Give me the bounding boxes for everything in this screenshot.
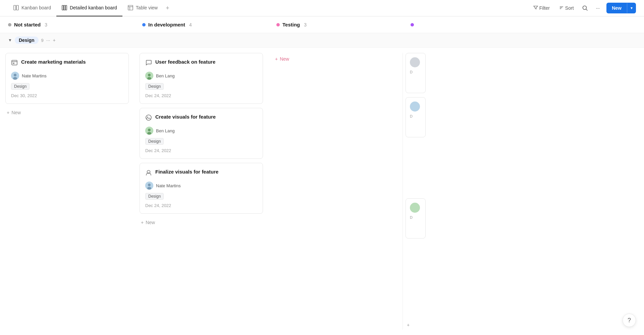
column-not-started: Create marketing materials Nate Martins … (0, 53, 134, 330)
finalize-card-icon (145, 169, 152, 178)
card-user-feedback[interactable]: User feedback on feature Ben Lang Design… (140, 53, 263, 104)
marketing-card-assignee: Nate Martins (11, 72, 123, 80)
visuals-card-icon (145, 114, 152, 123)
sort-button[interactable]: Sort (556, 4, 577, 12)
visuals-tag: Design (145, 138, 164, 145)
card-header-finalize: Finalize visuals for feature (145, 169, 257, 178)
not-started-add-new-button[interactable]: + New (5, 108, 129, 117)
finalize-card-title: Finalize visuals for feature (155, 169, 218, 175)
feedback-tag: Design (145, 83, 164, 90)
more-icon: ··· (596, 5, 600, 11)
col-header-right (402, 16, 429, 33)
testing-new-label: New (280, 56, 289, 62)
partial-date-2: D (410, 114, 421, 118)
testing-count: 3 (304, 22, 307, 27)
columns-body: Create marketing materials Nate Martins … (0, 48, 644, 335)
in-dev-add-new-button[interactable]: + New (140, 218, 263, 227)
tab-table-view[interactable]: Table view (122, 0, 163, 16)
group-actions[interactable]: ··· + (46, 38, 56, 43)
filter-button[interactable]: Filter (531, 4, 552, 12)
in-dev-dot (142, 23, 146, 26)
sort-label: Sort (565, 5, 574, 11)
right-dot (411, 23, 414, 26)
feedback-assignee-name: Ben Lang (156, 73, 175, 78)
detailed-kanban-icon (62, 5, 67, 10)
svg-line-12 (586, 9, 587, 11)
partial-avatar-3 (410, 203, 420, 213)
svg-point-25 (148, 129, 151, 131)
kanban-icon (13, 5, 19, 10)
card-create-marketing[interactable]: Create marketing materials Nate Martins … (5, 53, 129, 104)
in-dev-count: 4 (189, 22, 192, 27)
nate-avatar (11, 72, 19, 80)
svg-point-17 (14, 74, 16, 76)
marketing-assignee-name: Nate Martins (22, 73, 47, 78)
not-started-count: 3 (45, 22, 47, 27)
svg-rect-0 (14, 5, 16, 10)
tab-detailed-kanban[interactable]: Detailed kanban board (56, 0, 122, 16)
caret-down-icon: ▾ (631, 6, 633, 10)
testing-add-new-button[interactable]: + New (274, 54, 397, 64)
not-started-title: Not started (14, 22, 41, 27)
right-add-new-button[interactable]: + (406, 320, 427, 330)
visuals-card-tag-wrap: Design (145, 138, 257, 148)
svg-point-11 (583, 6, 586, 10)
new-main-button[interactable]: New (606, 3, 627, 13)
nav-actions: Filter Sort ··· New ▾ (531, 3, 636, 13)
finalize-card-assignee: Nate Martins (145, 182, 257, 190)
not-started-new-label: New (11, 110, 21, 115)
in-dev-title: In development (148, 22, 185, 27)
group-header-right (402, 33, 644, 47)
top-nav: Kanban board Detailed kanban board Table… (0, 0, 644, 16)
card-create-visuals[interactable]: Create visuals for feature Ben Lang Desi… (140, 108, 263, 159)
finalize-assignee-name: Nate Martins (156, 183, 181, 188)
new-caret-button[interactable]: ▾ (627, 3, 636, 13)
finalize-card-tag-wrap: Design (145, 193, 257, 203)
group-header-testing (268, 33, 402, 47)
svg-rect-2 (62, 5, 63, 10)
group-count: 9 (41, 38, 44, 43)
marketing-card-tag: Design (11, 83, 123, 93)
marketing-tag: Design (11, 83, 30, 90)
svg-point-26 (147, 132, 151, 135)
detailed-kanban-tab-label: Detailed kanban board (70, 5, 117, 10)
svg-point-29 (148, 184, 151, 186)
visuals-card-assignee: Ben Lang (145, 127, 257, 135)
group-header-not-started: ▼ Design 9 ··· + (0, 33, 134, 47)
column-right-partial: D D D + (402, 53, 429, 330)
testing-dot (276, 23, 280, 26)
partial-card-1[interactable]: D (406, 53, 426, 93)
tab-kanban-board[interactable]: Kanban board (8, 0, 56, 16)
svg-rect-5 (128, 5, 133, 10)
svg-rect-4 (65, 5, 67, 10)
new-button-label: New (612, 5, 622, 11)
card-finalize-visuals[interactable]: Finalize visuals for feature Nate Martin… (140, 163, 263, 214)
partial-date-3: D (410, 215, 421, 219)
partial-avatar-2 (410, 102, 420, 112)
group-toggle[interactable]: ▼ (8, 38, 12, 43)
new-button-group[interactable]: New ▾ (606, 3, 636, 13)
testing-title: Testing (282, 22, 300, 27)
nav-tabs: Kanban board Detailed kanban board Table… (8, 0, 172, 16)
svg-point-18 (13, 77, 17, 80)
in-dev-plus-icon: + (141, 220, 144, 225)
partial-date-1: D (410, 70, 421, 74)
feedback-card-assignee: Ben Lang (145, 72, 257, 80)
table-view-tab-label: Table view (136, 5, 158, 10)
card-header: Create marketing materials (11, 59, 123, 68)
search-button[interactable] (581, 4, 589, 12)
not-started-plus-icon: + (7, 110, 9, 115)
testing-plus-icon: + (275, 56, 278, 62)
ben-avatar-2 (145, 127, 153, 135)
partial-card-2[interactable]: D (406, 97, 426, 137)
board-area: Not started 3 In development 4 Testing 3… (0, 16, 644, 335)
more-options-button[interactable]: ··· (593, 4, 603, 12)
card-header-visuals: Create visuals for feature (145, 114, 257, 123)
svg-point-23 (147, 117, 148, 118)
feedback-card-icon (145, 59, 152, 68)
help-button[interactable]: ? (623, 314, 636, 327)
col-header-testing: Testing 3 (268, 16, 402, 33)
visuals-card-date: Dec 24, 2022 (145, 148, 257, 153)
partial-card-3[interactable]: D (406, 198, 426, 239)
add-view-button[interactable]: + (163, 5, 172, 12)
